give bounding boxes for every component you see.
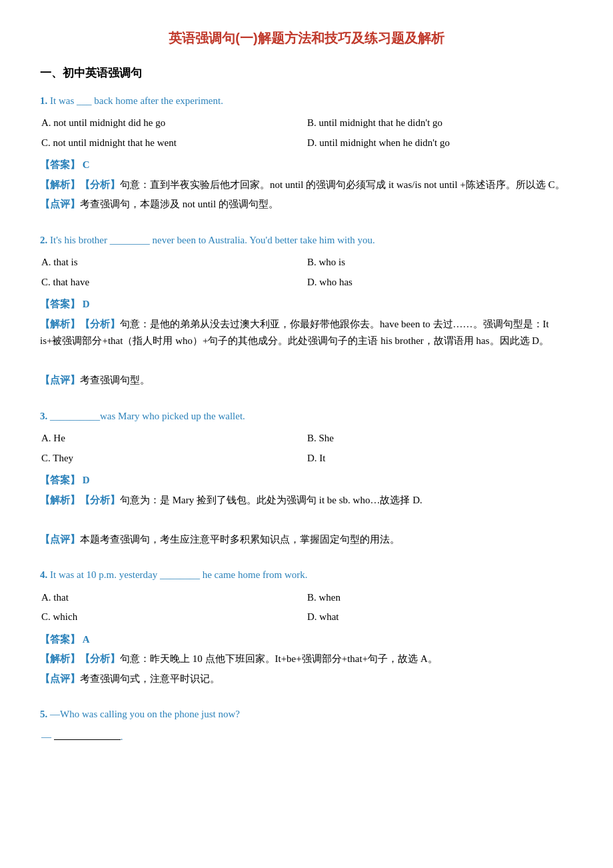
- option-1d: D. until midnight when he didn't go: [307, 135, 573, 152]
- question-1-text: 1. It was ___ back home after the experi…: [40, 93, 573, 110]
- question-5-line2: — .: [41, 729, 573, 746]
- option-4b: B. when: [307, 589, 573, 607]
- option-2c: C. that have: [41, 274, 307, 291]
- question-3-options: A. He B. She C. They D. It: [41, 430, 573, 467]
- note-4: 【点评】考查强调句式，注意平时识记。: [40, 671, 573, 688]
- question-block-1: 1. It was ___ back home after the experi…: [40, 93, 573, 213]
- question-block-5: 5. —Who was calling you on the phone jus…: [40, 706, 573, 745]
- question-5-line1: 5. —Who was calling you on the phone jus…: [40, 706, 573, 723]
- option-1c: C. not until midnight that he went: [41, 135, 307, 152]
- question-1-options: A. not until midnight did he go B. until…: [41, 115, 573, 151]
- answer-1: 【答案】 C: [40, 157, 573, 174]
- analysis-2: 【解析】【分析】句意：是他的弟弟从没去过澳大利亚，你最好带他跟你去。have b…: [40, 316, 573, 350]
- option-4c: C. which: [41, 609, 307, 626]
- option-2d: D. who has: [307, 274, 573, 291]
- question-block-4: 4. It was at 10 p.m. yesterday ________ …: [40, 567, 573, 687]
- note-2: 【点评】考查强调句型。: [40, 372, 573, 389]
- answer-4: 【答案】 A: [40, 631, 573, 649]
- section-title: 一、初中英语强调句: [40, 64, 573, 83]
- analysis-4: 【解析】【分析】句意：昨天晚上 10 点他下班回家。It+be+强调部分+tha…: [40, 651, 573, 668]
- page-title: 英语强调句(一)解题方法和技巧及练习题及解析: [40, 27, 573, 49]
- question-3-text: 3. __________was Mary who picked up the …: [40, 408, 573, 425]
- question-4-options: A. that B. when C. which D. what: [41, 589, 573, 626]
- question-2-options: A. that is B. who is C. that have D. who…: [41, 254, 573, 291]
- note-1: 【点评】考查强调句，本题涉及 not until 的强调句型。: [40, 196, 573, 213]
- question-block-2: 2. It's his brother ________ never been …: [40, 232, 573, 389]
- option-3b: B. She: [307, 430, 573, 447]
- spacer-2: [40, 353, 573, 370]
- analysis-3: 【解析】【分析】句意为：是 Mary 捡到了钱包。此处为强调句 it be sb…: [40, 492, 573, 509]
- answer-3: 【答案】 D: [40, 472, 573, 489]
- option-3d: D. It: [307, 450, 573, 467]
- option-4d: D. what: [307, 609, 573, 626]
- answer-2: 【答案】 D: [40, 296, 573, 313]
- option-1a: A. not until midnight did he go: [41, 115, 307, 132]
- option-3a: A. He: [41, 430, 307, 447]
- option-4a: A. that: [41, 589, 307, 607]
- option-2b: B. who is: [307, 254, 573, 271]
- question-2-text: 2. It's his brother ________ never been …: [40, 232, 573, 249]
- note-3: 【点评】本题考查强调句，考生应注意平时多积累知识点，掌握固定句型的用法。: [40, 531, 573, 549]
- option-3c: C. They: [41, 450, 307, 467]
- analysis-1: 【解析】【分析】句意：直到半夜实验后他才回家。not until 的强调句必须写…: [40, 177, 573, 194]
- option-1b: B. until midnight that he didn't go: [307, 115, 573, 132]
- spacer-3: [40, 511, 573, 529]
- option-2a: A. that is: [41, 254, 307, 271]
- question-block-3: 3. __________was Mary who picked up the …: [40, 408, 573, 549]
- question-4-text: 4. It was at 10 p.m. yesterday ________ …: [40, 567, 573, 584]
